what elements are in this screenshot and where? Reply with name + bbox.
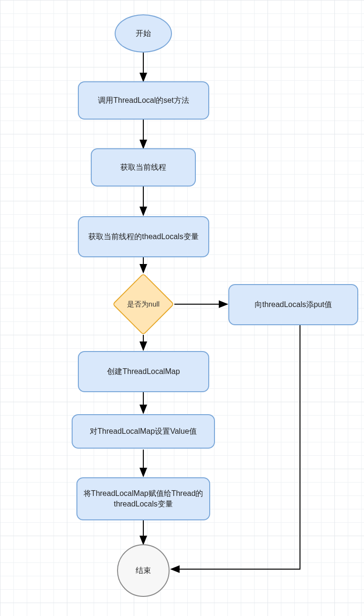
end-label: 结束 bbox=[136, 565, 151, 576]
step-assign-map: 将ThreadLocalMap赋值给Thread的threadLocals变量 bbox=[76, 477, 210, 520]
step-set-value-label: 对ThreadLocalMap设置Value值 bbox=[90, 426, 197, 437]
end-node: 结束 bbox=[117, 544, 170, 597]
step-put-value: 向threadLocals添put值 bbox=[228, 284, 358, 325]
start-node: 开始 bbox=[115, 14, 172, 53]
step-create-map-label: 创建ThreadLocalMap bbox=[107, 366, 180, 377]
step-set-value: 对ThreadLocalMap设置Value值 bbox=[72, 414, 215, 449]
step-get-thread-label: 获取当前线程 bbox=[120, 162, 166, 173]
step-get-threadlocals: 获取当前线程的theadLocals变量 bbox=[78, 216, 209, 257]
step-get-threadlocals-label: 获取当前线程的theadLocals变量 bbox=[88, 231, 198, 242]
step-put-value-label: 向threadLocals添put值 bbox=[255, 299, 332, 310]
decision-label: 是否为null bbox=[127, 300, 160, 309]
decision-is-null: 是否为null bbox=[112, 273, 174, 335]
step-call-set-label: 调用ThreadLocal的set方法 bbox=[98, 95, 189, 106]
step-call-set: 调用ThreadLocal的set方法 bbox=[78, 81, 209, 120]
start-label: 开始 bbox=[136, 28, 151, 39]
step-create-map: 创建ThreadLocalMap bbox=[78, 351, 209, 392]
step-assign-map-label: 将ThreadLocalMap赋值给Thread的threadLocals变量 bbox=[82, 488, 204, 509]
step-get-thread: 获取当前线程 bbox=[91, 148, 196, 187]
